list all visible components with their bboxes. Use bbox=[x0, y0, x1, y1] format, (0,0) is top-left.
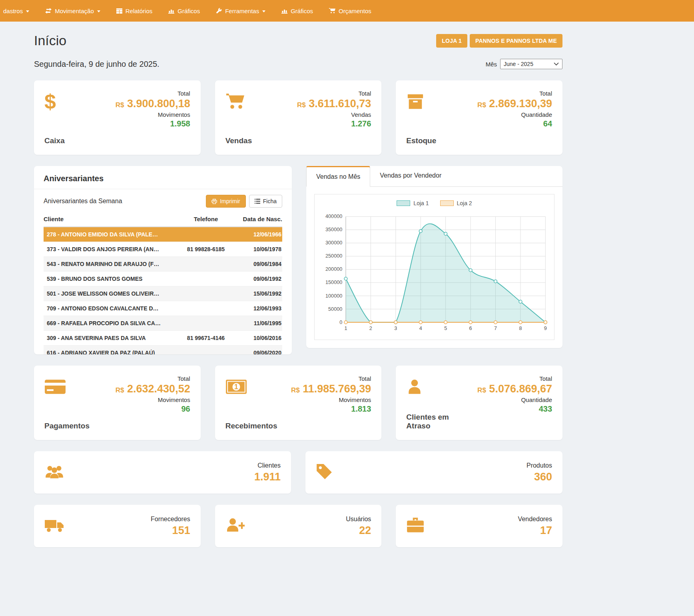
company-button[interactable]: PANNOS E PANNOS LTDA ME bbox=[470, 34, 562, 48]
svg-text:9: 9 bbox=[544, 326, 547, 331]
vendedores-label: Vendedores bbox=[518, 516, 552, 523]
column-data-nasc: Data de Nasc. bbox=[235, 216, 282, 222]
pagamentos-card: Pagamentos Total R$ 2.632.430,52 Movimen… bbox=[34, 366, 201, 440]
svg-text:300000: 300000 bbox=[325, 240, 342, 246]
page-title: Início bbox=[34, 33, 66, 48]
svg-text:2: 2 bbox=[369, 326, 372, 331]
caixa-title: Caixa bbox=[44, 136, 65, 145]
legend-loja1: Loja 1 bbox=[397, 200, 429, 206]
movimentos-label: Movimentos bbox=[116, 111, 190, 118]
chart-legend: Loja 1 Loja 2 bbox=[318, 200, 551, 206]
nav-relatorios[interactable]: Relatórios bbox=[108, 0, 161, 22]
clientes-atraso-card: Clientes em Atraso Total R$ 5.076.869,67… bbox=[396, 366, 562, 440]
svg-text:350000: 350000 bbox=[325, 227, 342, 232]
caixa-total: R$ 3.900.800,18 bbox=[116, 98, 190, 110]
nav-graficos-2-label: Gráficos bbox=[291, 8, 313, 14]
usuarios-label: Usuários bbox=[346, 516, 371, 523]
report-icon bbox=[116, 8, 122, 14]
briefcase-icon bbox=[406, 517, 425, 535]
fornecedores-card: Fornecedores 151 bbox=[34, 505, 201, 547]
month-select-value: June - 2025 bbox=[504, 61, 533, 67]
birthdays-table: Cliente Telefone Data de Nasc. 278 - ANT… bbox=[44, 212, 282, 354]
vendas-card: Vendas Total R$ 3.611.610,73 Vendas 1.27… bbox=[215, 80, 382, 155]
nav-movimentacao[interactable]: Movimentação bbox=[37, 0, 108, 22]
chart-tabs: Vendas no Mês Vendas por Vendedor bbox=[306, 166, 562, 187]
sales-chart-card: Vendas no Mês Vendas por Vendedor Loja 1… bbox=[306, 166, 562, 348]
legend-loja2: Loja 2 bbox=[440, 200, 472, 206]
nav-orcamentos[interactable]: Orçamentos bbox=[321, 0, 379, 22]
nav-orcamentos-label: Orçamentos bbox=[339, 8, 371, 14]
credit-card-icon bbox=[44, 375, 90, 398]
nav-relatorios-label: Relatórios bbox=[126, 8, 153, 14]
total-label: Total bbox=[116, 90, 190, 97]
table-row[interactable]: 539 - BRUNO DOS SANTOS GOMES09/06/1992 bbox=[44, 272, 282, 286]
estoque-total: R$ 2.869.130,39 bbox=[477, 98, 552, 110]
table-row[interactable]: 669 - RAFAELA PROCOPIO DA SILVA CA…11/06… bbox=[44, 316, 282, 331]
table-row[interactable]: 616 - ADRIANO XAVIER DA PAZ (PALAÚ)09/06… bbox=[44, 346, 282, 354]
produtos-label: Produtos bbox=[526, 462, 552, 469]
svg-text:1: 1 bbox=[234, 383, 238, 391]
total-label: Total bbox=[291, 375, 371, 382]
table-row[interactable]: 278 - ANTONIO EMIDIO DA SILVA (PALE…12/0… bbox=[44, 227, 282, 242]
recebimentos-card: 1 Recebimentos Total R$ 11.985.769,39 Mo… bbox=[215, 366, 382, 440]
svg-text:0: 0 bbox=[339, 320, 342, 325]
pagamentos-total: R$ 2.632.430,52 bbox=[116, 383, 190, 395]
table-header: Cliente Telefone Data de Nasc. bbox=[44, 212, 282, 227]
table-row[interactable]: 309 - ANA SEVERINA PAES DA SILVA81 99671… bbox=[44, 331, 282, 346]
nav-ferramentas[interactable]: Ferramentas bbox=[208, 0, 273, 22]
vendas-count-label: Vendas bbox=[297, 111, 371, 118]
recebimentos-count: 1.813 bbox=[291, 404, 371, 414]
aniversariantes-subtitle: Aniversariantes da Semana bbox=[44, 198, 122, 205]
fornecedores-label: Fornecedores bbox=[151, 516, 190, 523]
ficha-button[interactable]: Ficha bbox=[249, 195, 282, 208]
clientes-label: Clientes bbox=[254, 462, 281, 469]
caixa-card: $ Caixa Total R$ 3.900.800,18 Movimentos… bbox=[34, 80, 201, 155]
tab-vendas-por-vendedor[interactable]: Vendas por Vendedor bbox=[370, 166, 451, 186]
svg-text:250000: 250000 bbox=[325, 253, 342, 259]
nav-graficos-1-label: Gráficos bbox=[177, 8, 200, 14]
table-body: 278 - ANTONIO EMIDIO DA SILVA (PALE…12/0… bbox=[44, 227, 282, 354]
total-label: Total bbox=[477, 90, 552, 97]
movimentos-label: Movimentos bbox=[291, 396, 371, 403]
table-row[interactable]: 543 - RENATO MARINHO DE ARAUJO (F…09/06/… bbox=[44, 257, 282, 272]
svg-text:150000: 150000 bbox=[325, 280, 342, 285]
tab-vendas-no-mes[interactable]: Vendas no Mês bbox=[306, 166, 370, 187]
vendedores-card: Vendedores 17 bbox=[396, 505, 562, 547]
table-row[interactable]: 501 - JOSE WELISSON GOMES OLIVEIR…15/06/… bbox=[44, 286, 282, 301]
pagamentos-count: 96 bbox=[116, 404, 190, 414]
nav-graficos-1[interactable]: Gráficos bbox=[160, 0, 208, 22]
usuarios-card: Usuários 22 bbox=[215, 505, 382, 547]
person-icon bbox=[406, 375, 466, 398]
bar-chart-icon bbox=[168, 8, 174, 14]
money-icon: 1 bbox=[225, 375, 277, 398]
date-text: Segunda-feira, 9 de junho de 2025. bbox=[34, 60, 160, 69]
vendas-total: R$ 3.611.610,73 bbox=[297, 98, 371, 110]
svg-text:6: 6 bbox=[469, 326, 472, 331]
store-button[interactable]: LOJA 1 bbox=[436, 34, 467, 48]
month-select[interactable]: June - 2025 bbox=[500, 59, 562, 69]
nav-graficos-2[interactable]: Gráficos bbox=[273, 0, 321, 22]
page-content: Início LOJA 1 PANNOS E PANNOS LTDA ME Se… bbox=[34, 33, 562, 567]
imprimir-button[interactable]: Imprimir bbox=[206, 195, 246, 208]
svg-text:7: 7 bbox=[494, 326, 497, 331]
vendedores-value: 17 bbox=[518, 524, 552, 537]
svg-text:5: 5 bbox=[444, 326, 447, 331]
table-row[interactable]: 709 - ANTONIO EDSON CAVALCANTE D…12/06/1… bbox=[44, 301, 282, 316]
bar-chart-icon bbox=[281, 8, 287, 14]
loja1-swatch bbox=[397, 200, 410, 206]
clientes-atraso-total: R$ 5.076.869,67 bbox=[477, 383, 552, 395]
users-icon bbox=[44, 463, 64, 482]
svg-text:1: 1 bbox=[344, 326, 347, 331]
nav-cadastros[interactable]: dastros bbox=[0, 0, 37, 22]
produtos-value: 360 bbox=[526, 471, 552, 483]
clientes-atraso-title: Clientes em Atraso bbox=[406, 413, 466, 430]
table-row[interactable]: 373 - VALDIR DOS ANJOS PEREIRA (AN…81 99… bbox=[44, 242, 282, 257]
nav-cadastros-label: dastros bbox=[3, 8, 23, 14]
aniversariantes-card: Aniversariantes Aniversariantes da Seman… bbox=[34, 166, 292, 354]
total-label: Total bbox=[116, 375, 190, 382]
estoque-count: 64 bbox=[477, 119, 552, 128]
cart-icon bbox=[225, 90, 252, 113]
estoque-card: Estoque Total R$ 2.869.130,39 Quantidade… bbox=[396, 80, 562, 155]
estoque-title: Estoque bbox=[406, 136, 436, 145]
usuarios-value: 22 bbox=[346, 524, 371, 537]
